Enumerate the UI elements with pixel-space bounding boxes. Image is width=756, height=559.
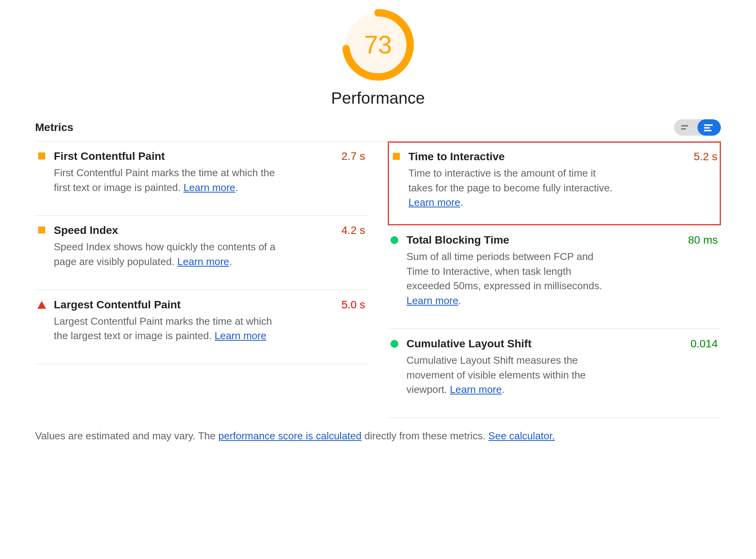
svg-rect-5 [704,124,713,126]
score-gauge-section: 73 Performance [35,8,721,108]
metric-value: 2.7 s [341,150,365,163]
metric-fcp: First Contentful Paint 2.7 s First Conte… [35,142,368,216]
metric-desc: Speed Index shows how quickly the conten… [54,240,288,269]
metric-name: Time to Interactive [408,150,505,163]
metric-name: First Contentful Paint [54,150,165,163]
triangle-icon [37,299,47,343]
metrics-header: Metrics [35,119,721,142]
learn-more-link[interactable]: Learn more [406,295,458,306]
metric-tbt: Total Blocking Time 80 ms Sum of all tim… [388,225,721,329]
metric-desc: Largest Contentful Paint marks the time … [54,314,288,343]
score-calc-link[interactable]: performance score is calculated [218,430,362,442]
metric-name: Total Blocking Time [406,234,509,246]
metric-desc: Time to interactive is the amount of tim… [408,166,619,210]
metrics-col-left: First Contentful Paint 2.7 s First Conte… [35,142,368,418]
compact-view-icon [681,124,690,131]
metric-tti: Time to Interactive 5.2 s Time to intera… [388,142,721,225]
see-calculator-link[interactable]: See calculator. [488,430,555,442]
metric-si: Speed Index 4.2 s Speed Index shows how … [35,216,368,290]
page-title: Performance [331,89,425,108]
score-gauge: 73 [341,8,415,82]
metrics-grid: First Contentful Paint 2.7 s First Conte… [35,142,721,418]
learn-more-link[interactable]: Learn more [183,182,235,193]
expanded-view-icon [704,124,714,131]
metric-desc: First Contentful Paint marks the time at… [54,166,288,195]
metric-cls: Cumulative Layout Shift 0.014 Cumulative… [388,329,721,418]
view-toggle-compact[interactable] [674,119,697,136]
metric-value: 5.0 s [341,299,365,311]
footer-note: Values are estimated and may vary. The p… [35,429,721,444]
circle-icon [389,338,399,397]
metric-name: Speed Index [54,224,118,237]
circle-icon [389,234,399,308]
svg-rect-6 [704,127,710,129]
metric-name: Cumulative Layout Shift [406,338,531,350]
metrics-heading: Metrics [35,121,73,134]
view-toggle [674,119,721,136]
metric-lcp: Largest Contentful Paint 5.0 s Largest C… [35,290,368,364]
svg-rect-7 [704,130,712,131]
learn-more-link[interactable]: Learn more [177,256,229,267]
square-icon [391,150,401,210]
square-icon [37,150,47,195]
svg-rect-4 [681,128,686,130]
svg-rect-3 [681,125,688,127]
metrics-col-right: Time to Interactive 5.2 s Time to intera… [388,142,721,418]
metric-value: 0.014 [690,338,718,350]
learn-more-link[interactable]: Learn more [215,330,266,341]
metric-value: 4.2 s [341,224,365,237]
learn-more-link[interactable]: Learn more [450,384,502,395]
square-icon [37,224,47,269]
view-toggle-expanded[interactable] [697,119,721,136]
metric-desc: Cumulative Layout Shift measures the mov… [406,353,617,397]
score-value: 73 [341,8,415,82]
metric-value: 5.2 s [694,150,717,163]
learn-more-link[interactable]: Learn more [408,196,460,208]
metric-desc: Sum of all time periods between FCP and … [406,249,617,308]
metric-name: Largest Contentful Paint [54,299,181,311]
metric-value: 80 ms [688,234,718,246]
